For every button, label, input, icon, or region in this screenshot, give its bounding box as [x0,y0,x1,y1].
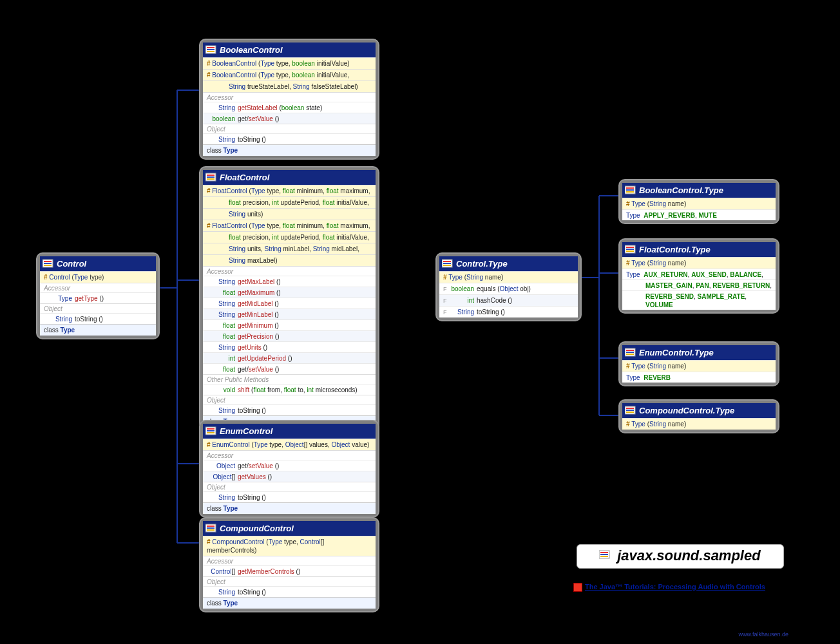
c2c: String units, String minLabel, String mi… [203,243,376,254]
credit-text: www.falkhausen.de [738,631,788,638]
method-getsetvalue: booleanget/setValue () [203,113,376,124]
section-accessor: Accessor [203,556,376,565]
title: Control.Type [439,256,578,271]
inner-class: class Type [40,324,156,336]
method-tostring: StringtoString () [40,313,156,324]
m-getupdateperiod: intgetUpdatePeriod () [203,352,376,363]
m-getsetvalue: Objectget/setValue () [203,460,376,471]
ctor1: # BooleanControl (Type type, boolean ini… [203,57,376,69]
c2b: float precision, int updatePeriod, float… [203,231,376,243]
section-accessor: Accessor [40,283,156,292]
c1a: # FloatControl (Type type, float minimum… [203,185,376,196]
class-control-type: Control.Type # Type (String name) Fboole… [435,252,582,321]
constants: Type REVERB [622,372,776,383]
ctor: # Type (String name) [622,418,776,430]
m-hashcode: FinthashCode () [439,294,578,306]
m-getmembercontrols: Control[]getMemberControls () [203,565,376,576]
section-object: Object [40,303,156,313]
oracle-icon [573,583,582,592]
m-shift: voidshift (float from, float to, int mic… [203,384,376,395]
c2d: String maxLabel) [203,254,376,266]
title-control: Control [40,256,156,271]
section-accessor: Accessor [203,92,376,102]
constants-l2: MASTER_GAIN, PAN, REVERB_RETURN, [622,279,776,290]
inner-class: class Type [203,144,376,156]
package-label: javax.sound.sampled [599,547,761,564]
ctor: # Type (String name) [622,257,776,269]
inner-class: class Type [203,597,376,609]
class-boolean-control: BooleanControl # BooleanControl (Type ty… [199,39,379,160]
ctor: # EnumControl (Type type, Object[] value… [203,439,376,450]
class-float-control: FloatControl # FloatControl (Type type, … [199,166,379,431]
section-accessor: Accessor [203,266,376,276]
class-compound-control: CompoundControl # CompoundControl (Type … [199,517,379,612]
m-tostring: StringtoString () [203,586,376,597]
method-tostring: StringtoString () [203,133,376,144]
class-enum-control: EnumControl # EnumControl (Type type, Ob… [199,420,379,518]
m-getmidlabel: StringgetMidLabel () [203,298,376,308]
c1c: String units) [203,208,376,220]
section-object: Object [203,576,376,586]
title: EnumControl [203,424,376,439]
m-tostring: StringtoString () [203,404,376,415]
constants: Type APPLY_REVERB, MUTE [622,209,776,220]
m-getvalues: Object[]getValues () [203,471,376,482]
constants-l1: Type AUX_RETURN, AUX_SEND, BALANCE, [622,269,776,279]
inner-class: class Type [203,502,376,514]
ctor: # Control (Type type) [40,271,156,283]
title: FloatControl [203,170,376,185]
title: EnumControl.Type [622,345,776,360]
title: FloatControl.Type [622,242,776,257]
class-enum-type: EnumControl.Type # Type (String name) Ty… [618,341,779,386]
ctor: # CompoundControl (Type type, Control[] … [203,536,376,556]
c1b: float precision, int updatePeriod, float… [203,196,376,208]
m-tostring: FStringtoString () [439,306,578,317]
title: BooleanControl [203,43,376,57]
ctor: # Type (String name) [439,271,578,283]
section-object: Object [203,395,376,404]
class-float-type: FloatControl.Type # Type (String name) T… [618,238,779,314]
m-getmaximum: floatgetMaximum () [203,287,376,298]
m-getminimum: floatgetMinimum () [203,319,376,330]
m-getmaxlabel: StringgetMaxLabel () [203,276,376,287]
ctor: # Type (String name) [622,198,776,209]
m-getminlabel: StringgetMinLabel () [203,308,376,319]
c2a: # FloatControl (Type type, float minimum… [203,220,376,231]
title: BooleanControl.Type [622,183,776,198]
tutorial-link[interactable]: The Java™ Tutorials: Processing Audio wi… [573,583,765,592]
m-getunits: StringgetUnits () [203,341,376,352]
title: CompoundControl [203,521,376,536]
method-gettype: TypegetType () [40,292,156,303]
m-tostring: StringtoString () [203,491,376,502]
section-accessor: Accessor [203,450,376,460]
class-boolean-type: BooleanControl.Type # Type (String name)… [618,179,779,224]
m-getsetvalue: floatget/setValue () [203,363,376,374]
m-getprecision: floatgetPrecision () [203,330,376,341]
constants-l3: REVERB_SEND, SAMPLE_RATE, VOLUME [622,290,776,310]
title: CompoundControl.Type [622,403,776,418]
ctor2b: String trueStateLabel, String falseState… [203,80,376,92]
section-object: Object [203,124,376,133]
method-getstatelabel: StringgetStateLabel (boolean state) [203,102,376,113]
section-object: Object [203,482,376,491]
section-other: Other Public Methods [203,374,376,384]
ctor: # Type (String name) [622,360,776,372]
ctor2a: # BooleanControl (Type type, boolean ini… [203,69,376,80]
class-compound-type: CompoundControl.Type # Type (String name… [618,399,779,433]
m-equals: Fbooleanequals (Object obj) [439,283,578,294]
class-control: Control # Control (Type type) Accessor T… [36,252,160,339]
